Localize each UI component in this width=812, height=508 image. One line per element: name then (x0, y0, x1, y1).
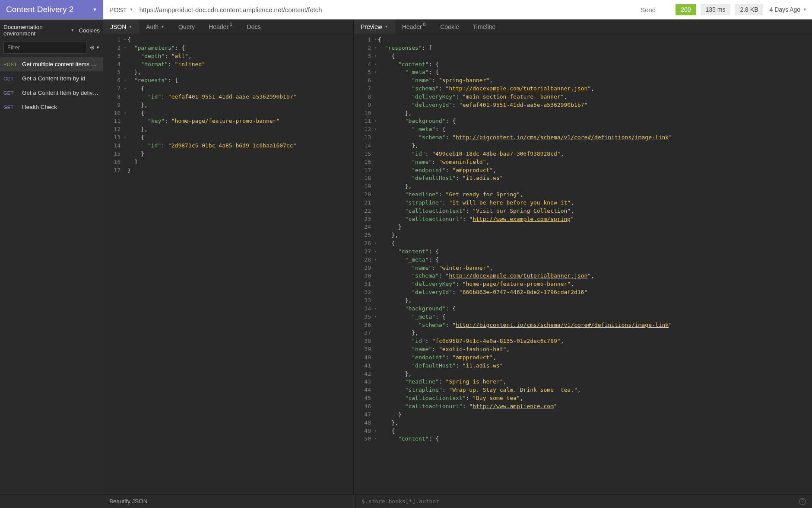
code-content: "deliveryId": "eefaf401-9551-41dd-aa5e-a… (374, 101, 812, 109)
code-line: 3▾ { (354, 52, 812, 61)
code-line: 14 "id": "2d9871c5-01bc-4a85-b6d9-1c0baa… (103, 142, 353, 150)
fold-toggle-icon[interactable]: ▾ (124, 78, 126, 83)
response-status-section: 200 135 ms 2.8 KB (669, 0, 769, 19)
fold-toggle-icon[interactable]: ▾ (374, 249, 377, 254)
url-input[interactable] (140, 6, 627, 13)
code-content: "_meta": { (374, 125, 812, 134)
request-method-label: GET (3, 76, 18, 81)
fold-toggle-icon[interactable]: ▾ (374, 45, 377, 51)
response-time-pill[interactable]: 135 ms (701, 4, 731, 15)
code-content: ] (123, 158, 353, 166)
tab-header-response[interactable]: Header 8 (395, 19, 433, 34)
fold-toggle-icon[interactable]: ▾ (124, 135, 126, 140)
beautify-json-button[interactable]: Beautify JSON (103, 498, 355, 505)
line-number: 48 (354, 419, 374, 427)
line-number: 33 (354, 297, 374, 305)
sidebar: Documentation environment ▼ Cookies ⊕ ▼ … (0, 19, 103, 494)
code-line: 34▾ "background": { (354, 305, 812, 313)
code-line: 10▾ { (103, 109, 353, 118)
code-content: "calltoactiontext": "Buy some tea", (374, 394, 812, 403)
filter-row: ⊕ ▼ (0, 41, 103, 57)
line-number: 36 (354, 321, 374, 329)
tab-cookie[interactable]: Cookie (433, 19, 466, 34)
history-timestamp[interactable]: 4 Days Ago ▼ (769, 6, 812, 13)
fold-toggle-icon[interactable]: ▾ (374, 54, 377, 59)
filter-input[interactable] (3, 41, 86, 54)
code-content: "schema": "http://docexample.com/tutoria… (374, 272, 812, 280)
sidebar-request-item[interactable]: GETGet a Content Item by id (0, 71, 103, 86)
fold-toggle-icon[interactable]: ▾ (374, 127, 377, 132)
sidebar-request-item[interactable]: GETGet a Content Item by delivery key (0, 86, 103, 100)
line-number: 5▾ (354, 68, 374, 77)
method-selector[interactable]: POST ▼ (109, 6, 133, 13)
jsonpath-input[interactable]: $.store.books[*].author (362, 498, 439, 505)
fold-toggle-icon[interactable]: ▾ (374, 241, 377, 246)
line-number: 3▾ (354, 52, 374, 61)
tab-preview[interactable]: Preview ▼ (354, 19, 395, 34)
response-size-pill[interactable]: 2.8 KB (735, 4, 763, 15)
code-line: 45 "calltoactiontext": "Buy some tea", (354, 394, 812, 403)
send-button[interactable]: Send (633, 6, 663, 13)
code-line: 23 "calltoactionurl": "http://www.exampl… (354, 215, 812, 224)
line-number: 14 (103, 142, 123, 150)
fold-toggle-icon[interactable]: ▾ (374, 314, 377, 319)
code-content: { (123, 36, 353, 44)
line-number: 15 (354, 150, 374, 158)
fold-toggle-icon[interactable]: ▾ (374, 257, 377, 262)
chevron-down-icon: ▼ (92, 7, 97, 12)
response-body-viewer[interactable]: 1▾{2▾ "responses": [3▾ {4▾ "content": {5… (354, 34, 812, 494)
code-line: 2▾ "parameters": { (103, 44, 353, 52)
timestamp-label: 4 Days Ago (769, 6, 800, 13)
code-line: 12▾ "_meta": { (354, 125, 812, 134)
code-line: 3 "depth": "all", (103, 52, 353, 61)
request-tabs: JSON ▼ Auth ▼ Query Header 1 Docs (103, 19, 353, 34)
code-content: "_meta": { (374, 313, 812, 321)
request-list: POSTGet multiple content items by id ...… (0, 57, 103, 114)
environment-selector[interactable]: Documentation environment ▼ (3, 24, 74, 37)
tab-header-request[interactable]: Header 1 (202, 19, 240, 34)
request-body-editor[interactable]: 1▾{2▾ "parameters": {3 "depth": "all",4 … (103, 34, 353, 494)
code-content: } (374, 411, 812, 419)
code-content: }, (374, 370, 812, 378)
request-name-label: Health Check (22, 104, 57, 110)
header-count-badge: 8 (423, 22, 426, 27)
fold-toggle-icon[interactable]: ▾ (124, 86, 126, 91)
fold-toggle-icon[interactable]: ▾ (374, 62, 377, 67)
fold-toggle-icon[interactable]: ▾ (374, 436, 377, 441)
help-icon[interactable]: ? (799, 498, 806, 505)
tab-json[interactable]: JSON ▼ (103, 19, 139, 34)
code-content: "id": "eefaf401-9551-41dd-aa5e-a5362990b… (123, 93, 353, 101)
code-content: "format": "inlined" (123, 61, 353, 69)
line-number: 24 (354, 223, 374, 231)
tab-query[interactable]: Query (171, 19, 202, 34)
code-line: 2▾ "responses": [ (354, 44, 812, 52)
line-number: 2▾ (103, 44, 123, 52)
fold-toggle-icon[interactable]: ▾ (374, 118, 377, 124)
line-number: 12 (103, 125, 123, 134)
fold-toggle-icon[interactable]: ▾ (124, 111, 126, 116)
workspace-name: Content Delivery 2 (6, 5, 73, 14)
sidebar-request-item[interactable]: GETHealth Check (0, 100, 103, 114)
code-content: "calltoactionurl": "http://www.amplience… (374, 403, 812, 411)
status-code-pill[interactable]: 200 (676, 4, 696, 15)
fold-toggle-icon[interactable]: ▾ (374, 306, 377, 311)
fold-toggle-icon[interactable]: ▾ (374, 70, 377, 75)
tab-timeline[interactable]: Timeline (466, 19, 502, 34)
fold-toggle-icon[interactable]: ▾ (374, 428, 377, 434)
tab-docs[interactable]: Docs (240, 19, 268, 34)
tab-auth[interactable]: Auth ▼ (139, 19, 171, 34)
fold-toggle-icon[interactable]: ▾ (374, 37, 377, 42)
add-request-button[interactable]: ⊕ ▼ (90, 44, 100, 51)
cookies-button[interactable]: Cookies (79, 27, 100, 34)
line-number: 47 (354, 411, 374, 419)
fold-toggle-icon[interactable]: ▾ (124, 45, 126, 51)
code-line: 12 }, (103, 125, 353, 134)
line-number: 13 (354, 134, 374, 142)
chevron-down-icon: ▼ (96, 45, 100, 50)
fold-toggle-icon[interactable]: ▾ (124, 37, 126, 42)
code-line: 29 "name": "winter-banner", (354, 264, 812, 272)
workspace-selector[interactable]: Content Delivery 2 ▼ (0, 0, 103, 19)
code-content: } (123, 166, 353, 175)
line-number: 7▾ (103, 85, 123, 93)
sidebar-request-item[interactable]: POSTGet multiple content items by id ... (0, 57, 103, 71)
